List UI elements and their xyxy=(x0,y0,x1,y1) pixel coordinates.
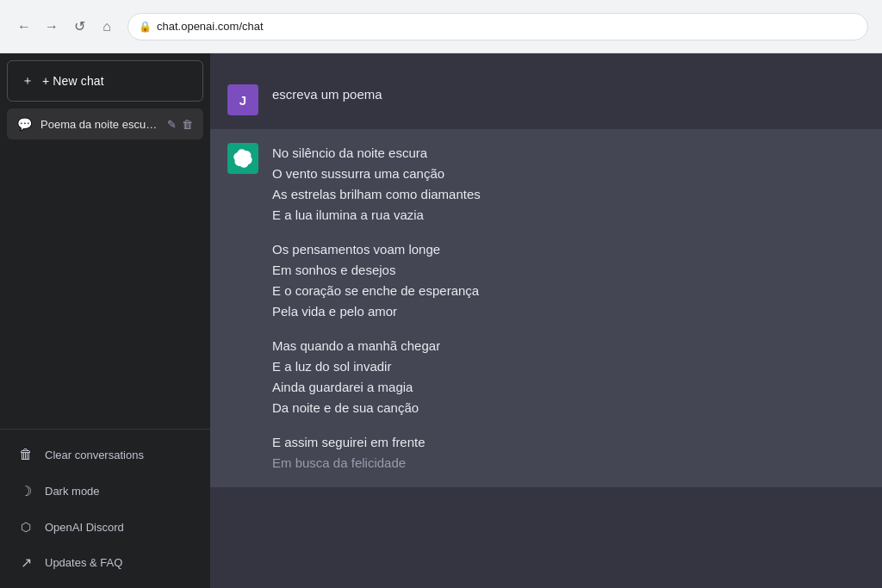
discord-item[interactable]: ⬡ OpenAI Discord xyxy=(7,510,203,544)
back-button[interactable]: ← xyxy=(14,16,34,37)
poem-stanza: E assim seguirei em frenteEm busca da fe… xyxy=(272,432,865,473)
clear-icon: 🗑 xyxy=(17,447,34,462)
user-message-row: J escreva um poema xyxy=(210,71,882,129)
reload-button[interactable]: ↺ xyxy=(69,16,90,37)
address-bar[interactable]: 🔒 chat.openai.com/chat xyxy=(127,13,868,40)
new-chat-button[interactable]: ＋ + New chat xyxy=(7,60,203,102)
faq-icon: ↗ xyxy=(17,554,34,571)
sidebar-footer: 🗑 Clear conversations ☽ Dark mode ⬡ Open… xyxy=(0,429,210,588)
delete-icon[interactable]: 🗑 xyxy=(182,118,193,131)
poem-line: Ainda guardarei a magia xyxy=(272,377,865,398)
assistant-message-content: No silêncio da noite escuraO vento sussu… xyxy=(272,143,865,473)
poem-line: E assim seguirei em frente xyxy=(272,432,865,453)
user-avatar-letter: J xyxy=(239,93,246,108)
forward-button[interactable]: → xyxy=(41,16,62,37)
discord-icon: ⬡ xyxy=(17,520,34,534)
edit-icon[interactable]: ✎ xyxy=(167,118,177,131)
poem-stanza: Os pensamentos voam longeEm sonhos e des… xyxy=(272,239,865,322)
user-message-content: escreva um poema xyxy=(272,84,865,115)
poem-line: No silêncio da noite escura xyxy=(272,143,865,164)
poem-line: Da noite e de sua canção xyxy=(272,398,865,418)
poem-line: O vento sussurra uma canção xyxy=(272,164,865,184)
dark-mode-label: Dark mode xyxy=(45,485,100,498)
poem-line: E a luz do sol invadir xyxy=(272,356,865,377)
poem-line: Os pensamentos voam longe xyxy=(272,239,865,260)
sidebar: ＋ + New chat 💬 Poema da noite escura. ✎ … xyxy=(0,53,210,588)
faq-item[interactable]: ↗ Updates & FAQ xyxy=(7,544,203,581)
poem-line: As estrelas brilham como diamantes xyxy=(272,184,865,205)
clear-conversations-item[interactable]: 🗑 Clear conversations xyxy=(7,436,203,473)
clear-conversations-label: Clear conversations xyxy=(45,449,144,461)
main-content: J escreva um poema No silêncio da noite … xyxy=(210,53,882,588)
poem-line: Em sonhos e desejos xyxy=(272,260,865,281)
lock-icon: 🔒 xyxy=(139,21,152,33)
chat-list-item[interactable]: 💬 Poema da noite escura. ✎ 🗑 xyxy=(7,108,203,139)
assistant-message-row: No silêncio da noite escuraO vento sussu… xyxy=(210,129,882,487)
chat-item-actions: ✎ 🗑 xyxy=(167,118,193,131)
chat-item-label: Poema da noite escura. xyxy=(40,118,158,131)
url-text: chat.openai.com/chat xyxy=(157,20,264,33)
sidebar-spacer xyxy=(0,269,210,429)
openai-logo-icon xyxy=(233,149,252,168)
nav-buttons: ← → ↺ ⌂ xyxy=(14,16,117,37)
poem-line: Em busca da felicidade xyxy=(272,453,865,473)
poem-stanza: No silêncio da noite escuraO vento sussu… xyxy=(272,143,865,226)
messages-container: J escreva um poema No silêncio da noite … xyxy=(210,53,882,504)
poem-line: Pela vida e pelo amor xyxy=(272,301,865,322)
poem-stanza: Mas quando a manhã chegarE a luz do sol … xyxy=(272,336,865,418)
user-prompt-text: escreva um poema xyxy=(272,87,382,102)
chat-icon: 💬 xyxy=(17,117,32,131)
assistant-avatar xyxy=(227,143,258,174)
home-button[interactable]: ⌂ xyxy=(96,16,117,37)
discord-label: OpenAI Discord xyxy=(45,521,124,534)
poem-line: Mas quando a manhã chegar xyxy=(272,336,865,356)
plus-icon: ＋ xyxy=(22,73,34,89)
user-avatar: J xyxy=(227,84,258,115)
dark-mode-item[interactable]: ☽ Dark mode xyxy=(7,473,203,510)
chat-list: 💬 Poema da noite escura. ✎ 🗑 xyxy=(0,108,210,269)
browser-chrome: ← → ↺ ⌂ 🔒 chat.openai.com/chat xyxy=(0,0,882,53)
app-container: ＋ + New chat 💬 Poema da noite escura. ✎ … xyxy=(0,53,882,588)
poem-line: E a lua ilumina a rua vazia xyxy=(272,205,865,226)
new-chat-label: + New chat xyxy=(42,74,104,88)
faq-label: Updates & FAQ xyxy=(45,556,122,569)
dark-mode-icon: ☽ xyxy=(17,483,34,499)
poem-line: E o coração se enche de esperança xyxy=(272,281,865,301)
